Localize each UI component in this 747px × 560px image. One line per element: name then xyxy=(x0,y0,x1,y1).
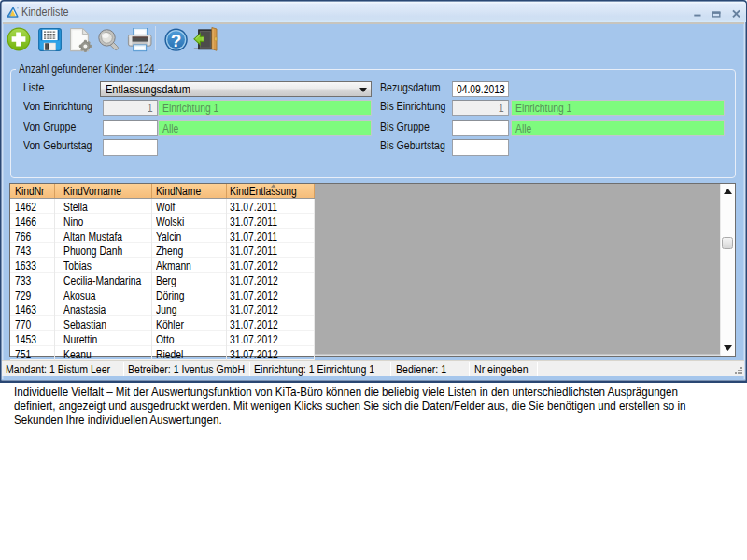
svg-text:?: ? xyxy=(170,30,181,49)
